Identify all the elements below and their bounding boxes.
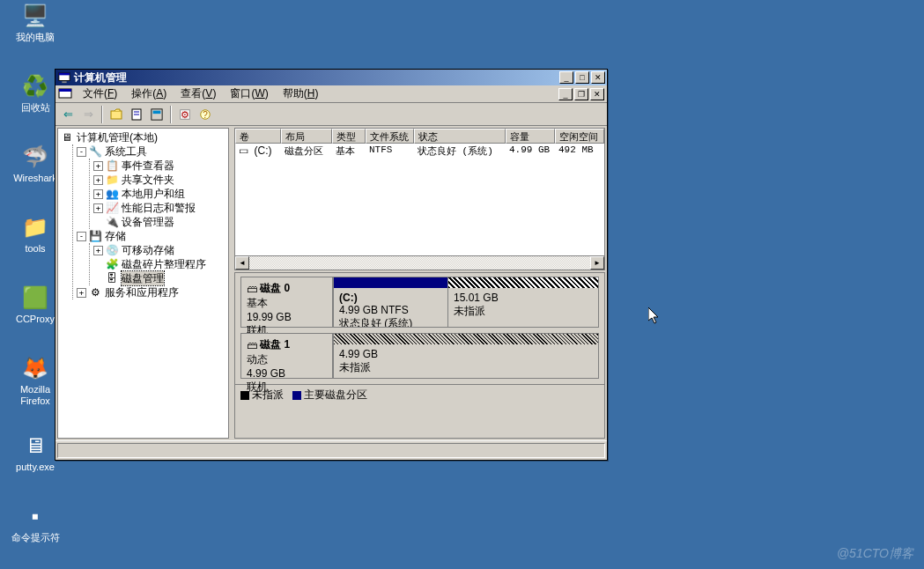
scroll-track[interactable] [249,256,590,270]
partition-c[interactable]: (C:) 4.99 GB NTFS 状态良好 (系统) [333,277,447,327]
statusbar [55,440,607,460]
legend: 未指派 主要磁盘分区 [235,384,604,405]
desktop-icon-cmd[interactable]: ▪命令提示符 [9,502,62,543]
tree-shared-folders[interactable]: +📁共享文件夹 [93,173,226,187]
tree-disk-management[interactable]: 🗄磁盘管理 [93,271,226,285]
disk-0-row: 🗃 磁盘 0 基本 19.99 GB 联机 (C:) 4.99 GB NTFS [240,277,599,328]
firefox-icon: 🦊 [21,354,49,382]
desktop-icon-ccproxy[interactable]: 🟩CCProxy [9,284,62,325]
close-button[interactable]: ✕ [591,71,605,84]
col-status[interactable]: 状态 [414,129,506,144]
cmd-icon: ▪ [21,502,49,530]
properties-button[interactable] [127,105,146,124]
icon-label: putty.exe [9,462,62,473]
app-icon [57,70,71,85]
scroll-left-button[interactable]: ◄ [235,256,249,270]
tree-device-manager[interactable]: 🔌设备管理器 [93,215,226,229]
share-icon: 📁 [105,173,119,187]
volume-list[interactable]: 卷 布局 类型 文件系统 状态 容量 空闲空间 ▭ (C:) 磁盘分区 基本 N… [234,128,605,270]
svg-rect-10 [153,110,161,114]
tree-defrag[interactable]: 🧩磁盘碎片整理程序 [93,257,226,271]
ccproxy-icon: 🟩 [21,284,49,312]
refresh-button[interactable] [147,105,166,124]
mdi-minimize-button[interactable]: _ [558,88,573,100]
separator [101,106,103,123]
col-volume[interactable]: 卷 [235,129,281,144]
minimize-button[interactable]: _ [559,71,573,84]
window-title: 计算机管理 [74,70,558,85]
scroll-right-button[interactable]: ► [590,256,604,270]
icon-label: 命令提示符 [9,532,62,543]
col-layout[interactable]: 布局 [281,129,332,144]
icon-label: Mozilla Firefox [9,384,62,407]
tree-event-viewer[interactable]: +📋事件查看器 [93,159,226,173]
forward-button[interactable]: ⇒ [78,105,98,124]
menu-view[interactable]: 查看(V) [174,85,223,103]
tools-icon: 🔧 [88,144,102,159]
mdi-close-button[interactable]: ✕ [590,88,604,100]
desktop-icon-putty[interactable]: 🖥putty.exe [9,432,62,473]
users-icon: 👥 [105,187,119,201]
tree-pane[interactable]: 🖥 计算机管理(本地) -🔧系统工具 +📋事件查看器 +📁共享文件夹 +👥本地用… [57,128,229,439]
col-capacity[interactable]: 容量 [506,129,555,144]
titlebar[interactable]: 计算机管理 _ □ ✕ [55,70,607,85]
tree-storage[interactable]: -💾存储 [77,229,226,243]
menu-action[interactable]: 操作(A) [124,85,174,103]
mdi-restore-button[interactable]: ❐ [574,88,588,100]
wireshark-icon: 🦈 [21,143,49,171]
h-scrollbar[interactable]: ◄ ► [235,255,604,270]
settings-button[interactable]: ⚙ [175,105,195,124]
computer-icon: 🖥 [60,130,74,144]
my-computer-icon: 🖥️ [21,2,49,30]
svg-rect-2 [62,81,66,83]
partition-unallocated-0[interactable]: 15.01 GB 未指派 [447,277,598,327]
volume-row[interactable]: ▭ (C:) 磁盘分区 基本 NTFS 状态良好 (系统) 4.99 GB 49… [235,144,604,159]
menu-file[interactable]: 文件(F) [76,85,124,103]
icon-label: Wireshark [9,173,62,184]
icon-label: 我的电脑 [9,32,62,43]
menu-help[interactable]: 帮助(H) [276,85,326,103]
svg-rect-4 [59,89,71,92]
col-free[interactable]: 空闲空间 [555,129,604,144]
separator [170,106,172,123]
desktop-icon-my-computer[interactable]: 🖥️我的电脑 [9,2,62,43]
maximize-button[interactable]: □ [575,71,589,84]
icon-label: tools [9,243,62,255]
diskmgmt-icon: 🗄 [105,271,119,285]
tree-services[interactable]: +⚙服务和应用程序 [77,285,226,299]
tree-perf-logs[interactable]: +📈性能日志和警报 [93,201,226,215]
desktop-icon-firefox[interactable]: 🦊Mozilla Firefox [9,354,62,407]
computer-management-window: 计算机管理 _ □ ✕ 文件(F) 操作(A) 查看(V) 窗口(W) 帮助(H… [55,69,608,461]
back-button[interactable]: ⇐ [58,105,78,124]
tree-removable[interactable]: +💿可移动存储 [93,243,226,257]
svg-text:⚙: ⚙ [181,108,189,119]
desktop-icon-wireshark[interactable]: 🦈Wireshark [9,143,62,184]
tree-system-tools[interactable]: -🔧系统工具 [77,144,226,159]
tools-icon: 📁 [21,213,49,241]
event-icon: 📋 [105,159,119,173]
toolbar: ⇐ ⇒ ⚙ ? [55,103,607,126]
icon-label: CCProxy [9,314,62,325]
icon-label: 回收站 [9,102,62,114]
svg-rect-5 [111,111,122,119]
device-icon: 🔌 [105,215,119,229]
mmc-icon [58,87,72,101]
up-button[interactable] [107,105,126,124]
col-fs[interactable]: 文件系统 [366,129,414,144]
tree-root[interactable]: 🖥 计算机管理(本地) [60,130,226,144]
disk-0-label[interactable]: 🗃 磁盘 0 基本 19.99 GB 联机 [240,277,333,328]
tree-local-users[interactable]: +👥本地用户和组 [93,187,226,201]
menu-window[interactable]: 窗口(W) [223,85,275,103]
desktop-icon-tools[interactable]: 📁tools [9,213,62,255]
disk-icon: 🗃 [247,339,257,351]
desktop-icon-recycle-bin[interactable]: ♻️回收站 [9,72,62,114]
help-button[interactable]: ? [196,105,215,124]
legend-swatch-primary [292,391,301,400]
cursor-icon [648,307,662,327]
disk-1-label[interactable]: 🗃 磁盘 1 动态 4.99 GB 联机 [240,333,333,379]
col-type[interactable]: 类型 [332,129,366,144]
status-panel [57,443,605,458]
watermark: @51CTO博客 [837,546,913,562]
partition-unallocated-1[interactable]: 4.99 GB 未指派 [333,334,598,378]
services-icon: ⚙ [88,285,102,299]
